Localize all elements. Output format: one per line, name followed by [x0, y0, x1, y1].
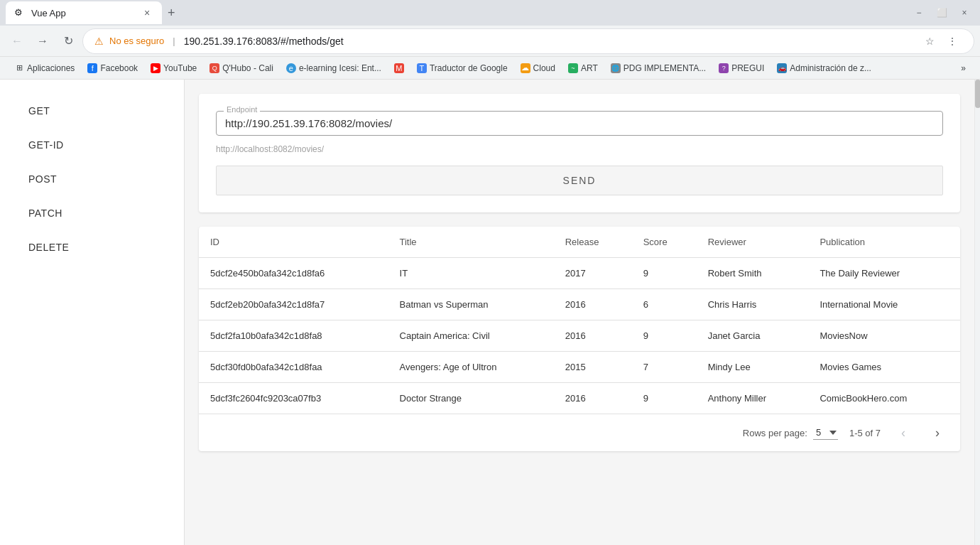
cell-publication: ComicBookHero.com: [808, 383, 960, 414]
endpoint-label: Endpoint: [224, 105, 260, 114]
back-button[interactable]: ←: [6, 30, 28, 53]
browser-tab[interactable]: ⚙ Vue App ×: [6, 1, 162, 24]
cell-title: Avengers: Age of Ultron: [388, 352, 554, 383]
bookmark-elearning[interactable]: e e-learning Icesi: Ent...: [281, 59, 387, 77]
bookmark-pregui[interactable]: ? PREGUI: [713, 59, 770, 77]
minimize-button[interactable]: −: [909, 3, 929, 23]
cell-score: 9: [632, 320, 697, 352]
bookmark-art[interactable]: ~ ART: [562, 59, 604, 77]
sidebar-item-get[interactable]: GET: [0, 94, 184, 128]
cell-score: 9: [632, 383, 697, 414]
more-bookmarks-button[interactable]: »: [955, 59, 971, 77]
youtube-icon: ▶: [151, 63, 160, 73]
browser-window: ⚙ Vue App × + − ⬜ × ← → ↻ ⚠ No es seguro…: [0, 0, 980, 545]
cell-title: Doctor Strange: [388, 383, 554, 414]
col-reviewer: Reviewer: [697, 227, 809, 258]
bookmark-facebook[interactable]: f Facebook: [82, 59, 143, 77]
endpoint-wrapper: Endpoint: [216, 111, 943, 136]
cell-reviewer: Robert Smith: [697, 258, 809, 289]
bookmark-label: ART: [581, 63, 598, 73]
cell-title: Batman vs Superman: [388, 289, 554, 320]
apps-icon: ⊞: [14, 63, 24, 73]
bookmark-translate[interactable]: T Traductor de Google: [411, 59, 513, 77]
cell-id: 5dcf2eb20b0afa342c1d8fa7: [199, 289, 388, 320]
cell-title: Captain America: Civil: [388, 320, 554, 352]
cloud-icon: ☁: [521, 63, 530, 73]
maximize-button[interactable]: ⬜: [932, 3, 952, 23]
more-bookmarks-icon: »: [961, 63, 966, 73]
sidebar-item-post[interactable]: POST: [0, 162, 184, 196]
cell-release: 2016: [554, 289, 632, 320]
cell-release: 2015: [554, 352, 632, 383]
col-title: Title: [388, 227, 554, 258]
bookmark-label: e-learning Icesi: Ent...: [299, 63, 381, 73]
new-tab-button[interactable]: +: [162, 6, 181, 21]
prev-page-button[interactable]: ‹: [892, 421, 915, 444]
sidebar-item-delete[interactable]: DELETE: [0, 230, 184, 264]
cell-reviewer: Anthony Miller: [697, 383, 809, 414]
col-release: Release: [554, 227, 632, 258]
col-score: Score: [632, 227, 697, 258]
close-button[interactable]: ×: [954, 3, 974, 23]
page-info: 1-5 of 7: [849, 428, 881, 438]
next-page-button[interactable]: ›: [926, 421, 949, 444]
bookmark-aplicaciones[interactable]: ⊞ Aplicaciones: [9, 59, 80, 77]
rows-per-page-label: Rows per page:: [743, 428, 807, 438]
address-actions: ☆ ⋮: [920, 31, 962, 51]
bookmark-pdg[interactable]: 🌐 PDG IMPLEMENTA...: [605, 59, 712, 77]
gmail-icon: M: [394, 63, 404, 73]
cell-score: 9: [632, 258, 697, 289]
sidebar-item-get-id[interactable]: GET-ID: [0, 128, 184, 162]
bookmark-star-button[interactable]: ☆: [920, 31, 940, 51]
cell-release: 2016: [554, 383, 632, 414]
bookmark-gmail[interactable]: M: [388, 59, 410, 77]
endpoint-card: Endpoint http://localhost:8082/movies/ S…: [199, 94, 960, 212]
more-button[interactable]: ⋮: [942, 31, 962, 51]
bookmark-cloud[interactable]: ☁ Cloud: [515, 59, 561, 77]
bookmark-label: Traductor de Google: [430, 63, 508, 73]
bookmark-label: PDG IMPLEMENTA...: [624, 63, 706, 73]
cell-publication: MoviesNow: [808, 320, 960, 352]
cell-id: 5dcf30fd0b0afa342c1d8faa: [199, 352, 388, 383]
pdg-icon: 🌐: [611, 63, 621, 73]
sidebar-item-patch[interactable]: PATCH: [0, 196, 184, 230]
bookmark-label: PREGUI: [731, 63, 764, 73]
art-icon: ~: [568, 63, 578, 73]
rows-per-page-select[interactable]: 5 10 25 50: [813, 426, 838, 440]
cell-id: 5dcf3fc2604fc9203ca07fb3: [199, 383, 388, 414]
reload-button[interactable]: ↻: [57, 30, 80, 53]
bookmark-youtube[interactable]: ▶ YouTube: [145, 59, 202, 77]
col-publication: Publication: [808, 227, 960, 258]
main-panel: Endpoint http://localhost:8082/movies/ S…: [185, 80, 974, 545]
results-table-card: ID Title Release Score Reviewer Publicat…: [199, 227, 960, 451]
tab-close-button[interactable]: ×: [141, 6, 153, 19]
table-row: 5dcf2fa10b0afa342c1d8fa8Captain America:…: [199, 320, 960, 352]
bookmark-qhubo[interactable]: Q Q'Hubo - Cali: [204, 59, 279, 77]
separator: |: [173, 36, 175, 46]
table-header: ID Title Release Score Reviewer Publicat…: [199, 227, 960, 258]
bookmark-label: Q'Hubo - Cali: [222, 63, 273, 73]
rows-per-page: Rows per page: 5 10 25 50: [743, 426, 838, 440]
nav-bar: ← → ↻ ⚠ No es seguro | 190.251.39.176:80…: [0, 26, 980, 57]
cell-reviewer: Chris Harris: [697, 289, 809, 320]
table-row: 5dcf2e450b0afa342c1d8fa6IT20179Robert Sm…: [199, 258, 960, 289]
cell-score: 6: [632, 289, 697, 320]
window-controls: − ⬜ ×: [909, 3, 974, 23]
scrollbar-track[interactable]: [974, 80, 980, 545]
security-icon: ⚠: [94, 36, 104, 47]
forward-button[interactable]: →: [31, 30, 54, 53]
bookmark-label: Facebook: [100, 63, 138, 73]
bookmarks-bar: ⊞ Aplicaciones f Facebook ▶ YouTube Q Q'…: [0, 57, 980, 80]
cell-score: 7: [632, 352, 697, 383]
qhubo-icon: Q: [209, 63, 219, 73]
results-table: ID Title Release Score Reviewer Publicat…: [199, 227, 960, 414]
table-row: 5dcf2eb20b0afa342c1d8fa7Batman vs Superm…: [199, 289, 960, 320]
endpoint-input[interactable]: [225, 117, 934, 129]
table-body: 5dcf2e450b0afa342c1d8fa6IT20179Robert Sm…: [199, 258, 960, 414]
address-bar[interactable]: ⚠ No es seguro | 190.251.39.176:8083/#/m…: [82, 28, 974, 54]
cell-id: 5dcf2fa10b0afa342c1d8fa8: [199, 320, 388, 352]
scrollbar-thumb[interactable]: [975, 80, 980, 108]
cell-id: 5dcf2e450b0afa342c1d8fa6: [199, 258, 388, 289]
send-button[interactable]: SEND: [216, 166, 943, 195]
bookmark-admin[interactable]: 🚗 Administración de z...: [771, 59, 877, 77]
